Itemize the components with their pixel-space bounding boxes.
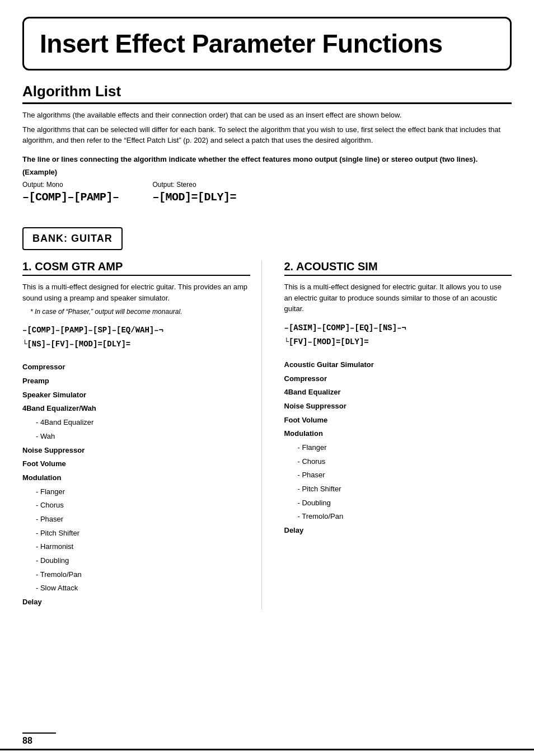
list-item: - Tremolo/Pan xyxy=(22,568,250,582)
example-label: (Example) xyxy=(22,168,512,176)
cosm-diagram-line1: –[COMP]–[PAMP]–[SP]–[EQ/WAH]–¬ xyxy=(22,323,250,337)
cosm-diagram: –[COMP]–[PAMP]–[SP]–[EQ/WAH]–¬ └[NS]–[FV… xyxy=(22,323,250,351)
acoustic-heading: 2. ACOUSTIC SIM xyxy=(284,260,512,276)
acoustic-sim-section: 2. ACOUSTIC SIM This is a multi-effect d… xyxy=(279,260,512,609)
list-item: Preamp xyxy=(22,374,250,388)
stereo-example: Output: Stereo –[MOD]=[DLY]= xyxy=(153,181,237,204)
list-item: Noise Suppressor xyxy=(284,400,512,414)
list-item: Modulation xyxy=(284,427,512,441)
acoustic-feature-list: Acoustic Guitar SimulatorCompressor4Band… xyxy=(284,358,512,538)
page-title: Insert Effect Parameter Functions xyxy=(40,29,494,59)
list-item: - Pitch Shifter xyxy=(284,482,512,496)
bold-note: The line or lines connecting the algorit… xyxy=(22,154,512,165)
list-item: Modulation xyxy=(22,471,250,485)
list-item: Foot Volume xyxy=(284,414,512,428)
cosm-desc: This is a multi-effect designed for elec… xyxy=(22,281,250,303)
page: Insert Effect Parameter Functions Algori… xyxy=(0,0,534,756)
intro-text-2: The algorithms that can be selected will… xyxy=(22,124,512,146)
cosm-gtr-amp-section: 1. COSM GTR AMP This is a multi-effect d… xyxy=(22,260,262,609)
cosm-diagram-line2: └[NS]–[FV]–[MOD]=[DLY]= xyxy=(22,337,250,351)
list-item: Delay xyxy=(284,524,512,538)
cosm-note: In case of “Phaser,” output will become … xyxy=(22,308,250,316)
list-item: - Tremolo/Pan xyxy=(284,510,512,524)
list-item: Foot Volume xyxy=(22,457,250,471)
list-item: Compressor xyxy=(22,360,250,374)
cosm-heading: 1. COSM GTR AMP xyxy=(22,260,250,276)
list-item: - Pitch Shifter xyxy=(22,527,250,541)
acoustic-diagram-line2: └[FV]–[MOD]=[DLY]= xyxy=(284,335,512,349)
list-item: - Phaser xyxy=(22,513,250,527)
mono-example: Output: Mono –[COMP]–[PAMP]– xyxy=(22,181,119,204)
list-item: Acoustic Guitar Simulator xyxy=(284,358,512,372)
list-item: 4Band Equalizer/Wah xyxy=(22,402,250,416)
title-box: Insert Effect Parameter Functions xyxy=(22,17,512,71)
list-item: Compressor xyxy=(284,372,512,386)
list-item: - Doubling xyxy=(284,496,512,510)
list-item: - Flanger xyxy=(22,485,250,499)
mono-label: Output: Mono xyxy=(22,181,119,189)
list-item: 4Band Equalizer xyxy=(284,386,512,400)
list-item: Noise Suppressor xyxy=(22,444,250,458)
list-item: - Flanger xyxy=(284,441,512,455)
list-item: - Phaser xyxy=(284,468,512,482)
stereo-diagram: –[MOD]=[DLY]= xyxy=(153,191,237,204)
mono-diagram: –[COMP]–[PAMP]– xyxy=(22,191,119,204)
intro-text-1: The algorithms (the available effects an… xyxy=(22,110,512,121)
stereo-label: Output: Stereo xyxy=(153,181,237,189)
list-item: Delay xyxy=(22,595,250,609)
list-item: - Doubling xyxy=(22,554,250,568)
list-item: Speaker Simulator xyxy=(22,388,250,402)
list-item: - Slow Attack xyxy=(22,581,250,595)
algorithm-list-heading: Algorithm List xyxy=(22,83,512,104)
acoustic-desc: This is a multi-effect designed for elec… xyxy=(284,281,512,314)
list-item: - Chorus xyxy=(284,455,512,469)
list-item: - Harmonist xyxy=(22,540,250,554)
list-item: - Chorus xyxy=(22,499,250,513)
bank-box: BANK: GUITAR xyxy=(22,227,123,250)
page-number: 88 xyxy=(22,732,56,746)
bank-label: BANK: GUITAR xyxy=(32,233,113,244)
two-column-layout: 1. COSM GTR AMP This is a multi-effect d… xyxy=(22,260,512,609)
acoustic-diagram-line1: –[ASIM]–[COMP]–[EQ]–[NS]–¬ xyxy=(284,321,512,335)
acoustic-diagram: –[ASIM]–[COMP]–[EQ]–[NS]–¬ └[FV]–[MOD]=[… xyxy=(284,321,512,349)
bottom-line xyxy=(0,749,534,750)
list-item: - Wah xyxy=(22,430,250,444)
example-row: Output: Mono –[COMP]–[PAMP]– Output: Ste… xyxy=(22,181,512,204)
list-item: - 4Band Equalizer xyxy=(22,416,250,430)
cosm-feature-list: CompressorPreampSpeaker Simulator4Band E… xyxy=(22,360,250,609)
